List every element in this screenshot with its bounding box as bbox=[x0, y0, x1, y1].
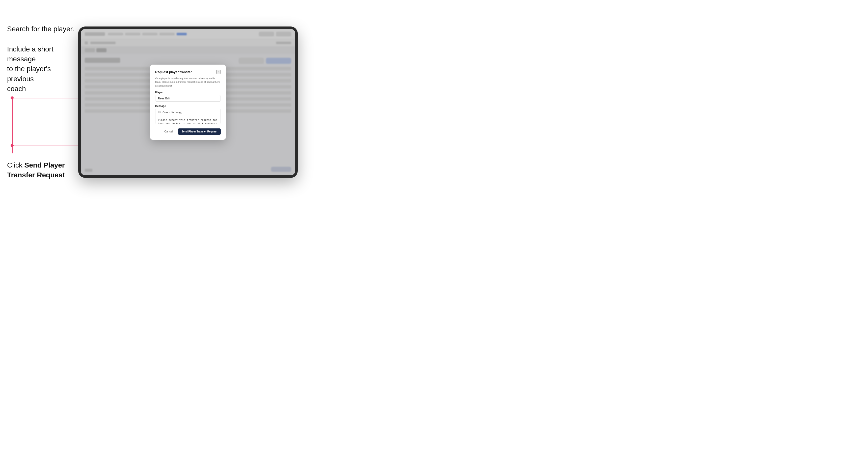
send-transfer-request-button[interactable]: Send Player Transfer Request bbox=[178, 128, 221, 135]
close-icon: × bbox=[217, 70, 219, 74]
tablet-screen: Request player transfer × If the player … bbox=[81, 29, 295, 175]
modal-title: Request player transfer bbox=[155, 70, 192, 74]
modal-footer: Cancel Send Player Transfer Request bbox=[155, 128, 221, 135]
modal-overlay: Request player transfer × If the player … bbox=[81, 29, 295, 175]
annotation-message: Include a short messageto the player's p… bbox=[7, 44, 75, 94]
player-input[interactable] bbox=[155, 95, 221, 102]
message-label: Message bbox=[155, 105, 221, 107]
modal-dialog: Request player transfer × If the player … bbox=[150, 65, 226, 140]
modal-description: If the player is transferring from anoth… bbox=[155, 77, 221, 88]
arrow-dot-1 bbox=[10, 96, 13, 99]
modal-header: Request player transfer × bbox=[155, 70, 221, 74]
annotation-search: Search for the player. bbox=[7, 24, 74, 34]
player-label: Player bbox=[155, 91, 221, 94]
modal-close-button[interactable]: × bbox=[216, 70, 221, 74]
annotation-click: Click Send PlayerTransfer Request bbox=[7, 160, 75, 180]
cancel-button[interactable]: Cancel bbox=[162, 128, 175, 134]
message-textarea[interactable]: Hi Coach McHarg, Please accept this tran… bbox=[155, 109, 221, 124]
tablet: Request player transfer × If the player … bbox=[78, 27, 298, 178]
